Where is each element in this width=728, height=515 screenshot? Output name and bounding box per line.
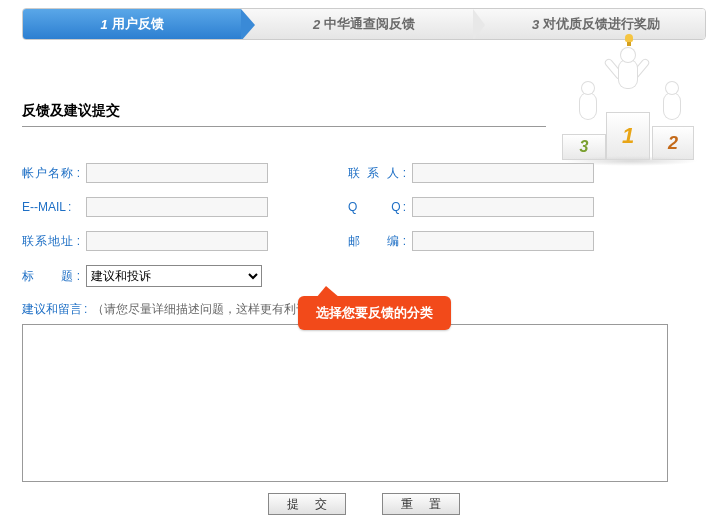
contact-label: 联 系 人 xyxy=(348,165,412,182)
progress-stepper: 1 用户反馈 2 中华通查阅反馈 3 对优质反馈进行奖励 xyxy=(22,8,706,40)
postcode-input[interactable] xyxy=(412,231,594,251)
step-label: 用户反馈 xyxy=(112,15,164,33)
podium-shadow xyxy=(564,156,698,166)
title-select[interactable]: 建议和投诉 xyxy=(86,265,262,287)
step-review-feedback: 2 中华通查阅反馈 xyxy=(241,9,473,39)
step-label: 对优质反馈进行奖励 xyxy=(543,15,660,33)
qq-input[interactable] xyxy=(412,197,594,217)
address-input[interactable] xyxy=(86,231,268,251)
page-title: 反馈及建议提交 xyxy=(22,102,706,124)
submit-button[interactable]: 提 交 xyxy=(268,493,346,515)
step-number: 3 xyxy=(532,17,539,32)
step-user-feedback: 1 用户反馈 xyxy=(23,9,241,39)
qq-label: Q Q xyxy=(348,199,412,216)
winner-figure xyxy=(609,40,645,100)
address-label: 联系地址 xyxy=(22,233,86,250)
category-tooltip: 选择您要反馈的分类 xyxy=(298,296,451,330)
step-reward: 3 对优质反馈进行奖励 xyxy=(473,9,705,39)
account-input[interactable] xyxy=(86,163,268,183)
step-label: 中华通查阅反馈 xyxy=(324,15,415,33)
postcode-label: 邮 编 xyxy=(348,233,412,250)
step-number: 1 xyxy=(100,17,107,32)
email-input[interactable] xyxy=(86,197,268,217)
heading-rule xyxy=(22,126,546,127)
step-number: 2 xyxy=(313,17,320,32)
podium-block-2: 2 xyxy=(652,126,694,160)
account-label: 帐户名称 xyxy=(22,165,86,182)
feedback-form: 帐户名称 联 系 人 E--MAIL Q Q 联系地址 xyxy=(22,163,706,515)
reset-button[interactable]: 重 置 xyxy=(382,493,460,515)
message-textarea[interactable] xyxy=(22,324,668,482)
email-label: E--MAIL xyxy=(22,200,86,214)
message-label: 建议和留言 xyxy=(22,301,86,318)
contact-input[interactable] xyxy=(412,163,594,183)
podium-illustration: 3 1 2 xyxy=(554,40,704,160)
title-label: 标 题 xyxy=(22,268,86,285)
